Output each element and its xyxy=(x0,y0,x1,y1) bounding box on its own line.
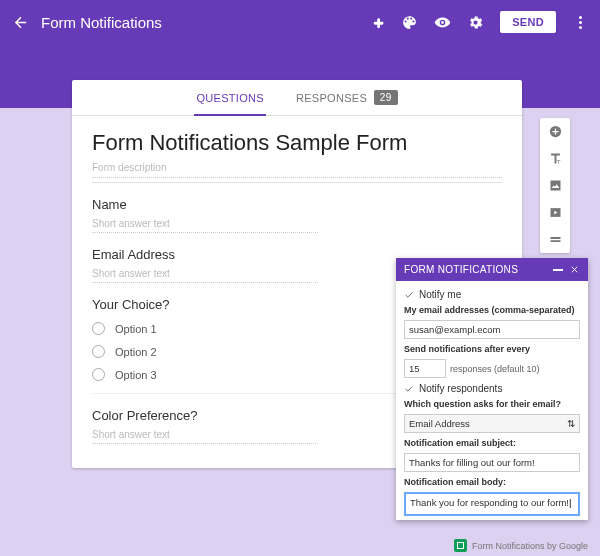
add-question-icon[interactable] xyxy=(548,124,563,139)
gear-icon[interactable] xyxy=(467,14,484,31)
back-icon[interactable] xyxy=(12,14,29,31)
form-title[interactable]: Form Notifications Sample Form xyxy=(92,130,502,156)
radio-icon xyxy=(92,322,105,335)
panel-title: FORM NOTIFICATIONS xyxy=(404,264,518,275)
close-icon[interactable] xyxy=(569,264,580,275)
tab-responses[interactable]: RESPONSES 29 xyxy=(294,80,400,115)
which-question-label: Which question asks for their email? xyxy=(404,399,580,409)
responses-badge: 29 xyxy=(374,90,398,105)
form-description[interactable]: Form description xyxy=(92,162,502,178)
preview-icon[interactable] xyxy=(434,14,451,31)
add-video-icon[interactable] xyxy=(548,205,563,220)
after-every-input[interactable]: 15 xyxy=(404,359,446,378)
more-icon[interactable] xyxy=(572,16,588,29)
panel-header: FORM NOTIFICATIONS xyxy=(396,258,588,281)
body-textarea[interactable]: Thank you for responding to our form! xyxy=(404,492,580,516)
which-question-select[interactable]: Email Address⇅ xyxy=(404,414,580,433)
addon-footer: Form Notifications by Google xyxy=(454,539,588,552)
send-button[interactable]: SEND xyxy=(500,11,556,33)
emails-input[interactable]: susan@exampl.ecom xyxy=(404,320,580,339)
radio-icon xyxy=(92,345,105,358)
page-title: Form Notifications xyxy=(41,14,162,31)
tabs: QUESTIONS RESPONSES 29 xyxy=(72,80,522,116)
addon-panel: FORM NOTIFICATIONS Notify me My email ad… xyxy=(396,258,588,520)
subject-label: Notification email subject: xyxy=(404,438,580,448)
radio-icon xyxy=(92,368,105,381)
add-image-icon[interactable] xyxy=(548,178,563,193)
body-label: Notification email body: xyxy=(404,477,580,487)
minimize-icon[interactable] xyxy=(553,269,563,271)
add-title-icon[interactable]: T xyxy=(548,151,563,166)
after-every-hint: responses (default 10) xyxy=(450,364,540,374)
question-name-title[interactable]: Name xyxy=(92,197,502,212)
notify-me-checkbox[interactable]: Notify me xyxy=(404,289,580,300)
addons-icon[interactable] xyxy=(368,14,385,31)
subject-input[interactable]: Thanks for filling out our form! xyxy=(404,453,580,472)
side-toolbar: T xyxy=(540,118,570,253)
svg-text:T: T xyxy=(556,158,560,165)
question-name-input: Short answer text xyxy=(92,218,318,233)
notify-respondents-checkbox[interactable]: Notify respondents xyxy=(404,383,580,394)
sheets-icon xyxy=(454,539,467,552)
updown-icon: ⇅ xyxy=(567,418,575,429)
tab-questions[interactable]: QUESTIONS xyxy=(194,80,266,115)
emails-label: My email addresses (comma-separated) xyxy=(404,305,580,315)
add-section-icon[interactable] xyxy=(548,232,563,247)
after-every-label: Send notifications after every xyxy=(404,344,580,354)
palette-icon[interactable] xyxy=(401,14,418,31)
question-color-input: Short answer text xyxy=(92,429,318,444)
question-email-input: Short answer text xyxy=(92,268,318,283)
